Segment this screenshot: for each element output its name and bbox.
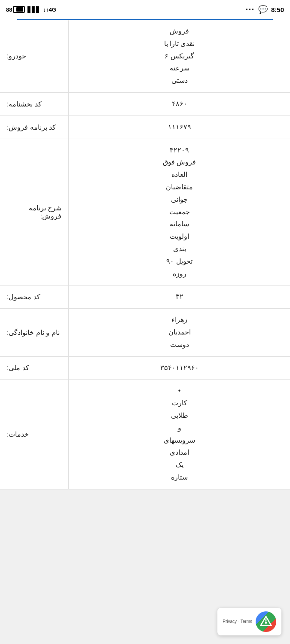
value-kod-mahsool: ۳۲ xyxy=(69,286,290,308)
table-row: نام و نام خانوادگی: زهراء احمدیان دوست xyxy=(0,309,290,356)
whatsapp-icon: 💬 xyxy=(258,5,268,14)
recaptcha-logo xyxy=(256,611,276,632)
battery-fill xyxy=(16,7,23,12)
value-kod-bakhshnameh: ۴۸۶۰ xyxy=(69,93,290,115)
value-sharh-barnameh: ۳۲۲۰۹ فروش فوق العاده متقاضیان جوانی جمع… xyxy=(69,139,290,286)
table-row: کد محصول: ۳۲ xyxy=(0,286,290,309)
value-kod-barnameh: ۱۱۱۶۷۹ xyxy=(69,116,290,139)
menu-icon: ··· xyxy=(246,5,255,14)
time-display: 8:50 xyxy=(271,6,284,13)
label-national-id: کد ملی: xyxy=(0,357,69,380)
status-left: 8:50 💬 ··· xyxy=(246,5,284,14)
svg-point-0 xyxy=(265,622,267,623)
status-bar: 8:50 💬 ··· 4G↑↓ ▋▋▋ 88 xyxy=(0,0,290,19)
battery-level: 88 xyxy=(6,6,12,13)
label-kod-bakhshnameh: کد بخشنامه: xyxy=(0,93,69,115)
table-container: خودرو: فروش نقدی تارا با گیربکس ۶ سرعته … xyxy=(0,20,290,489)
value-khadamat: • کارت طلایی و سرویسهای امدادی یک ستاره xyxy=(69,380,290,489)
table-row: کد ملی: ۳۵۴۰۱۱۲۹۶۰ xyxy=(0,357,290,380)
svg-rect-1 xyxy=(266,619,267,622)
status-right: 4G↑↓ ▋▋▋ 88 xyxy=(6,6,56,13)
recaptcha-widget: Privacy - Terms xyxy=(217,608,281,635)
privacy-text[interactable]: Privacy xyxy=(223,619,237,624)
label-kod-mahsool: کد محصول: xyxy=(0,286,69,308)
privacy-terms: Privacy - Terms xyxy=(223,619,252,625)
main-content: خودرو: فروش نقدی تارا با گیربکس ۶ سرعته … xyxy=(0,19,290,489)
table-row: کد بخشنامه: ۴۸۶۰ xyxy=(0,93,290,116)
label-sharh-barnameh: شرح برنامه فروش: xyxy=(0,139,69,286)
table-row: خودرو: فروش نقدی تارا با گیربکس ۶ سرعته … xyxy=(0,20,290,93)
separator: - xyxy=(238,619,239,624)
battery-icon xyxy=(13,6,25,13)
label-khadamat: خدمات: xyxy=(0,380,69,489)
signal-bars: ▋▋▋ xyxy=(27,6,40,13)
value-خودرو: فروش نقدی تارا با گیربکس ۶ سرعته دستی xyxy=(69,20,290,92)
table-row: خدمات: • کارت طلایی و سرویسهای امدادی یک… xyxy=(0,380,290,489)
table-row: شرح برنامه فروش: ۳۲۲۰۹ فروش فوق العاده م… xyxy=(0,139,290,286)
terms-text[interactable]: Terms xyxy=(241,619,252,624)
value-national-id: ۳۵۴۰۱۱۲۹۶۰ xyxy=(69,357,290,380)
label-name: نام و نام خانوادگی: xyxy=(0,309,69,356)
network-indicator: 4G↑↓ xyxy=(43,6,56,13)
label-kod-barnameh: کد برنامه فروش: xyxy=(0,116,69,139)
value-name: زهراء احمدیان دوست xyxy=(69,309,290,356)
battery-container: 88 xyxy=(6,6,25,13)
table-row: کد برنامه فروش: ۱۱۱۶۷۹ xyxy=(0,116,290,139)
label-خودرو: خودرو: xyxy=(0,20,69,92)
